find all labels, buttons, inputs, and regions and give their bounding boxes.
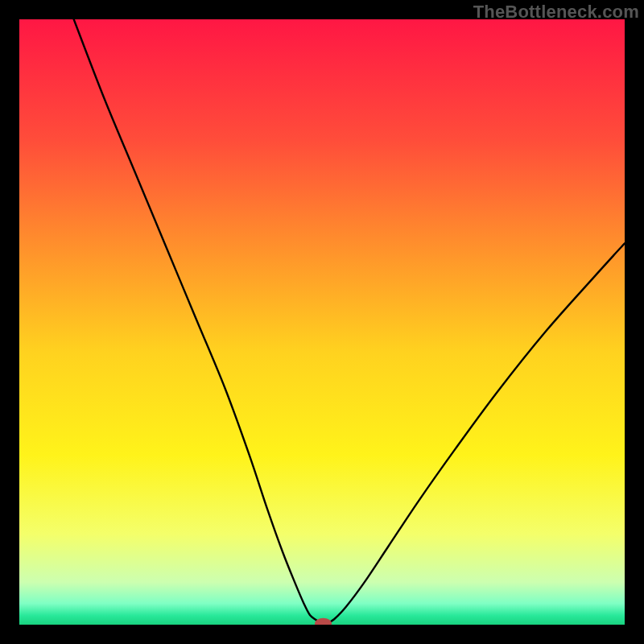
gradient-background	[19, 19, 625, 625]
plot-area	[19, 19, 625, 625]
chart-container: TheBottleneck.com	[0, 0, 644, 644]
bottleneck-chart	[19, 19, 625, 625]
